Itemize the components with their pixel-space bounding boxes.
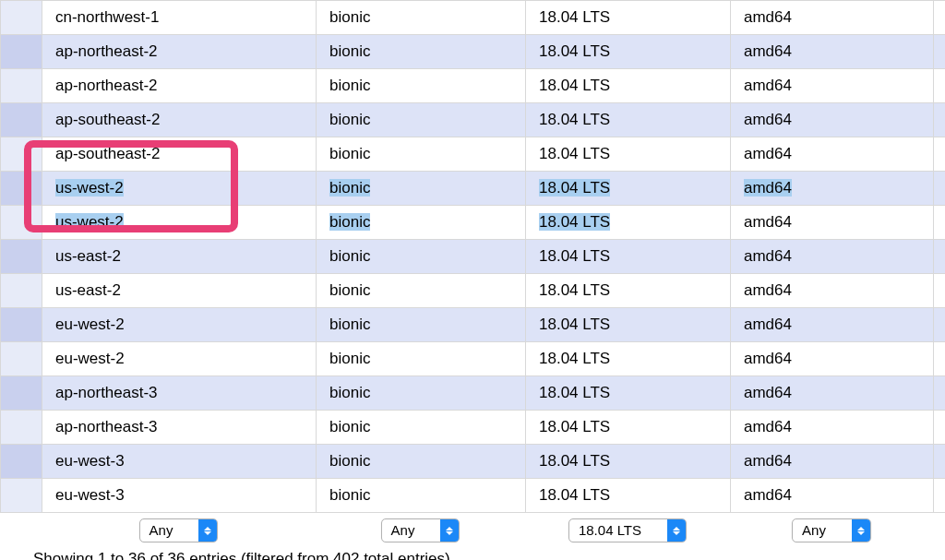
cell-arch: amd64 [731, 1, 934, 35]
cell-trailing [934, 1, 946, 35]
table-row[interactable]: us-west-2bionic18.04 LTSamd64 [1, 206, 946, 240]
cell-leading [1, 35, 42, 69]
table-row[interactable]: us-east-2bionic18.04 LTSamd64 [1, 240, 946, 274]
cell-arch: amd64 [731, 445, 934, 479]
cell-version-text: 18.04 LTS [539, 179, 610, 197]
cell-region: us-west-2 [42, 206, 317, 240]
table-row[interactable]: us-west-2bionic18.04 LTSamd64 [1, 172, 946, 206]
cell-leading [1, 103, 42, 137]
cell-arch: amd64 [731, 479, 934, 513]
cell-version: 18.04 LTS [526, 172, 731, 206]
cell-arch-text: amd64 [744, 316, 792, 333]
table-row[interactable]: ap-southeast-2bionic18.04 LTSamd64 [1, 103, 946, 137]
cell-version: 18.04 LTS [526, 1, 731, 35]
cell-trailing [934, 35, 946, 69]
cell-arch: amd64 [731, 69, 934, 103]
cell-leading [1, 308, 42, 342]
cell-name: bionic [317, 172, 526, 206]
cell-arch: amd64 [731, 411, 934, 445]
table-row[interactable]: ap-northeast-3bionic18.04 LTSamd64 [1, 411, 946, 445]
cell-region-text: cn-northwest-1 [55, 8, 159, 26]
cell-arch-text: amd64 [744, 179, 792, 197]
table-row[interactable]: cn-northwest-1bionic18.04 LTSamd64 [1, 1, 946, 35]
table-row[interactable]: eu-west-2bionic18.04 LTSamd64 [1, 308, 946, 342]
cell-trailing [934, 411, 946, 445]
cell-version-text: 18.04 LTS [539, 281, 610, 299]
cell-version: 18.04 LTS [526, 137, 731, 172]
cell-arch-text: amd64 [744, 384, 792, 401]
cell-version: 18.04 LTS [526, 240, 731, 274]
dropdown-arrows-icon [440, 519, 459, 542]
cell-trailing [934, 240, 946, 274]
filter-version-value: 18.04 LTS [569, 519, 667, 542]
table-row[interactable]: ap-southeast-2bionic18.04 LTSamd64 [1, 137, 946, 172]
filter-region-value: Any [140, 519, 199, 542]
cell-version-text: 18.04 LTS [539, 384, 610, 401]
cell-version-text: 18.04 LTS [539, 486, 610, 504]
cell-name-text: bionic [329, 77, 370, 94]
cell-trailing [934, 137, 946, 172]
cell-region-text: eu-west-2 [55, 316, 125, 333]
cell-name-text: bionic [329, 486, 370, 504]
filter-name-value: Any [382, 519, 441, 542]
cell-region: eu-west-3 [42, 445, 317, 479]
cell-region-text: eu-west-2 [55, 350, 125, 367]
cell-name-text: bionic [329, 111, 370, 128]
cell-leading [1, 376, 42, 411]
cell-region-text: ap-southeast-2 [55, 111, 160, 128]
cell-arch-text: amd64 [744, 77, 792, 94]
cell-name-text: bionic [329, 418, 370, 435]
cell-trailing [934, 274, 946, 308]
cell-name: bionic [317, 308, 526, 342]
cell-region-text: ap-northeast-2 [55, 42, 158, 60]
cell-version-text: 18.04 LTS [539, 350, 610, 367]
cell-arch-text: amd64 [744, 8, 792, 26]
filter-version-select[interactable]: 18.04 LTS [568, 518, 687, 542]
cell-region-text: us-east-2 [55, 247, 121, 265]
cell-arch: amd64 [731, 274, 934, 308]
filter-arch-value: Any [793, 519, 852, 542]
cell-region-text: eu-west-3 [55, 452, 125, 470]
cell-trailing [934, 206, 946, 240]
cell-version: 18.04 LTS [526, 69, 731, 103]
cell-arch-text: amd64 [744, 418, 792, 435]
cell-arch: amd64 [731, 172, 934, 206]
table-row[interactable]: ap-northeast-2bionic18.04 LTSamd64 [1, 35, 946, 69]
cell-version-text: 18.04 LTS [539, 247, 610, 265]
cell-name: bionic [317, 411, 526, 445]
cell-name: bionic [317, 1, 526, 35]
table-row[interactable]: eu-west-3bionic18.04 LTSamd64 [1, 445, 946, 479]
filter-name-select[interactable]: Any [381, 518, 461, 542]
cell-version: 18.04 LTS [526, 35, 731, 69]
cell-region: eu-west-2 [42, 308, 317, 342]
filter-region-select[interactable]: Any [139, 518, 219, 542]
cell-trailing [934, 376, 946, 411]
cell-version-text: 18.04 LTS [539, 8, 610, 26]
cell-trailing [934, 69, 946, 103]
cell-region: us-west-2 [42, 172, 317, 206]
table-row[interactable]: eu-west-3bionic18.04 LTSamd64 [1, 479, 946, 513]
cell-name: bionic [317, 103, 526, 137]
table-row[interactable]: us-east-2bionic18.04 LTSamd64 [1, 274, 946, 308]
cell-name: bionic [317, 445, 526, 479]
cell-version: 18.04 LTS [526, 103, 731, 137]
table-row[interactable]: eu-west-2bionic18.04 LTSamd64 [1, 342, 946, 376]
cell-region: ap-southeast-2 [42, 137, 317, 172]
cell-name-text: bionic [329, 145, 370, 162]
cell-name: bionic [317, 137, 526, 172]
cell-version-text: 18.04 LTS [539, 213, 610, 231]
filter-arch-select[interactable]: Any [792, 518, 871, 542]
cell-arch-text: amd64 [744, 111, 792, 128]
cell-leading [1, 411, 42, 445]
cell-region: eu-west-2 [42, 342, 317, 376]
cell-name: bionic [317, 240, 526, 274]
table-row[interactable]: ap-northeast-2bionic18.04 LTSamd64 [1, 69, 946, 103]
dropdown-arrows-icon [852, 519, 870, 542]
cell-name: bionic [317, 206, 526, 240]
cell-arch: amd64 [731, 342, 934, 376]
table-row[interactable]: ap-northeast-3bionic18.04 LTSamd64 [1, 376, 946, 411]
cell-arch-text: amd64 [744, 281, 792, 299]
cell-version-text: 18.04 LTS [539, 316, 610, 333]
cell-name-text: bionic [329, 384, 370, 401]
cell-arch-text: amd64 [744, 213, 792, 231]
